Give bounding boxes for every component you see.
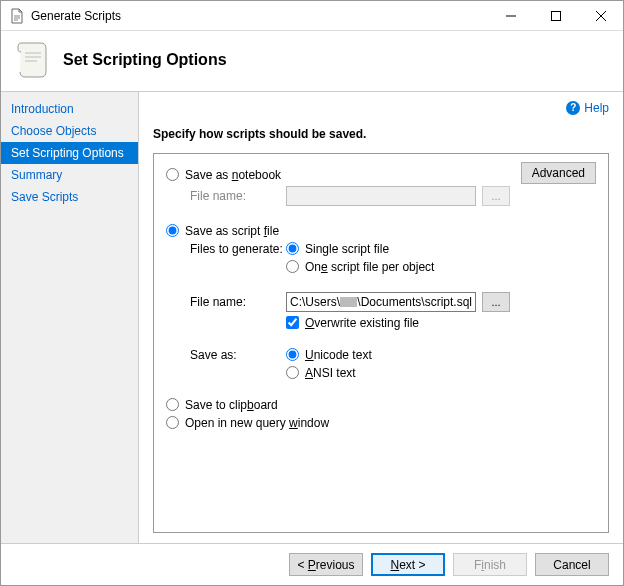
sidebar-item-save-scripts[interactable]: Save Scripts [1, 186, 138, 208]
unicode-label: Unicode text [305, 348, 372, 362]
overwrite-checkbox[interactable] [286, 316, 299, 329]
save-script-radio[interactable] [166, 224, 179, 237]
help-label: Help [584, 101, 609, 115]
unicode-radio[interactable] [286, 348, 299, 361]
script-file-input[interactable]: C:\Users\\Documents\script.sql [286, 292, 476, 312]
cancel-button[interactable]: Cancel [535, 553, 609, 576]
sidebar-item-introduction[interactable]: Introduction [1, 98, 138, 120]
per-object-label: One script file per object [305, 260, 434, 274]
notebook-file-input [286, 186, 476, 206]
advanced-button[interactable]: Advanced [521, 162, 596, 184]
notebook-browse-button: ... [482, 186, 510, 206]
window-title: Generate Scripts [31, 9, 488, 23]
script-file-label: File name: [190, 295, 286, 309]
notebook-file-label: File name: [190, 189, 286, 203]
wizard-sidebar: Introduction Choose Objects Set Scriptin… [1, 92, 139, 543]
maximize-button[interactable] [533, 1, 578, 31]
app-icon [9, 8, 25, 24]
previous-button[interactable]: < Previous [289, 553, 363, 576]
ansi-label: ANSI text [305, 366, 356, 380]
clipboard-label: Save to clipboard [185, 398, 278, 412]
instruction-text: Specify how scripts should be saved. [153, 127, 609, 141]
single-file-radio[interactable] [286, 242, 299, 255]
options-group: Advanced Save as notebook File name: ...… [153, 153, 609, 534]
help-link[interactable]: ? Help [566, 101, 609, 115]
wizard-footer: < Previous Next > Finish Cancel [1, 543, 623, 585]
new-query-radio[interactable] [166, 416, 179, 429]
svg-rect-1 [551, 11, 560, 20]
next-button[interactable]: Next > [371, 553, 445, 576]
main-panel: ? Help Specify how scripts should be sav… [139, 92, 623, 543]
single-file-label: Single script file [305, 242, 389, 256]
sidebar-item-set-scripting-options[interactable]: Set Scripting Options [1, 142, 138, 164]
help-icon: ? [566, 101, 580, 115]
finish-button: Finish [453, 553, 527, 576]
titlebar: Generate Scripts [1, 1, 623, 31]
redacted-username [340, 297, 357, 307]
ansi-radio[interactable] [286, 366, 299, 379]
minimize-button[interactable] [488, 1, 533, 31]
per-object-radio[interactable] [286, 260, 299, 273]
clipboard-radio[interactable] [166, 398, 179, 411]
save-notebook-radio[interactable] [166, 168, 179, 181]
page-title: Set Scripting Options [63, 51, 227, 69]
save-notebook-label: Save as notebook [185, 168, 281, 182]
sidebar-item-summary[interactable]: Summary [1, 164, 138, 186]
script-icon [15, 39, 53, 81]
new-query-label: Open in new query window [185, 416, 329, 430]
page-header: Set Scripting Options [1, 31, 623, 92]
sidebar-item-choose-objects[interactable]: Choose Objects [1, 120, 138, 142]
overwrite-label: Overwrite existing file [305, 316, 419, 330]
files-to-generate-label: Files to generate: [190, 242, 286, 256]
save-script-label: Save as script file [185, 224, 279, 238]
script-browse-button[interactable]: ... [482, 292, 510, 312]
save-as-label: Save as: [190, 348, 286, 362]
close-button[interactable] [578, 1, 623, 31]
